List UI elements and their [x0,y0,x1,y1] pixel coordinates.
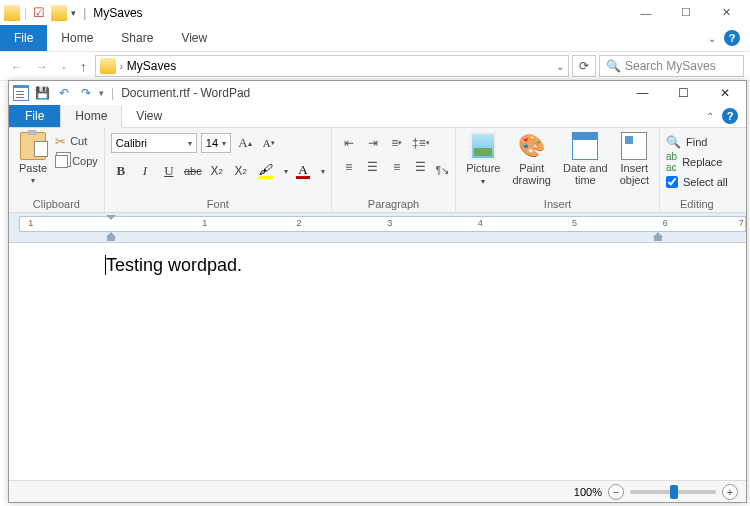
cut-button[interactable]: ✂Cut [55,132,98,150]
paint-label: Paint drawing [512,162,551,186]
subscript-button[interactable]: X2 [207,161,227,181]
wordpad-ribbon-tabs: File Home View ⌃ ? [9,105,746,128]
close-button[interactable]: ✕ [706,2,746,24]
tab-share[interactable]: Share [107,25,167,51]
align-right-button[interactable]: ≡ [386,156,408,178]
chevron-down-icon[interactable]: ▾ [284,167,288,176]
help-button[interactable]: ? [722,108,738,124]
grow-font-button[interactable]: A▴ [235,133,255,153]
insert-date-button[interactable]: Date and time [559,130,612,188]
line-spacing-button[interactable]: ‡≡▾ [410,132,432,154]
tab-home[interactable]: Home [47,25,107,51]
search-box[interactable]: 🔍 Search MySaves [599,55,744,77]
bold-button[interactable]: B [111,161,131,181]
group-editing: 🔍Find abacReplace Select all Editing [660,128,734,212]
nav-forward-button: → [31,59,52,74]
qat-customize-icon[interactable]: ▾ [99,88,104,98]
group-paragraph: ⇤ ⇥ ≡▾ ‡≡▾ ≡ ☰ ≡ ☰ ¶↘ Paragraph [332,128,456,212]
chevron-down-icon[interactable]: ▾ [321,167,325,176]
select-all-icon [666,176,678,188]
tab-home[interactable]: Home [60,105,122,128]
font-size-select[interactable]: 14▾ [201,133,231,153]
strikethrough-button[interactable]: abc [183,161,203,181]
date-label: Date and time [563,162,608,186]
insert-picture-button[interactable]: Picture▾ [462,130,504,189]
ruler-area: 1 1 2 3 4 5 6 7 [9,213,746,243]
qat-undo-button[interactable]: ↶ [55,84,73,102]
qat-dropdown-icon[interactable]: ▾ [71,8,76,18]
horizontal-ruler[interactable]: 1 1 2 3 4 5 6 7 [19,216,746,232]
search-icon: 🔍 [606,59,621,73]
justify-button[interactable]: ☰ [410,156,432,178]
superscript-button[interactable]: X2 [231,161,251,181]
minimize-button[interactable]: — [626,2,666,24]
ruler-number: 5 [572,218,577,228]
right-indent-marker[interactable] [653,232,663,241]
underline-button[interactable]: U [159,161,179,181]
find-button[interactable]: 🔍Find [666,132,728,151]
nav-back-button[interactable]: ← [6,59,27,74]
insert-object-button[interactable]: Insert object [616,130,653,188]
decrease-indent-button[interactable]: ⇤ [338,132,360,154]
font-color-button[interactable]: A [292,163,314,179]
ruler-number: 4 [478,218,483,228]
window-title: MySaves [93,6,142,20]
zoom-slider[interactable] [630,490,716,494]
align-left-button[interactable]: ≡ [338,156,360,178]
group-label: Editing [666,196,728,212]
bullets-button[interactable]: ≡▾ [386,132,408,154]
highlight-button[interactable]: 🖋 [255,163,277,179]
address-dropdown-icon[interactable]: ⌄ [556,61,564,72]
paragraph-dialog-button[interactable]: ¶↘ [436,165,449,176]
hanging-indent-marker[interactable] [106,232,116,241]
close-button[interactable]: ✕ [707,84,742,102]
separator: | [24,6,27,20]
font-family-select[interactable]: Calibri▾ [111,133,197,153]
ribbon-collapse-icon[interactable]: ⌃ [706,111,714,122]
italic-button[interactable]: I [135,161,155,181]
help-button[interactable]: ? [724,30,740,46]
document-title: Document.rtf - WordPad [121,86,250,100]
first-line-indent-marker[interactable] [106,215,116,220]
check-icon[interactable]: ☑ [33,5,45,20]
paste-button[interactable]: Paste ▾ [15,130,51,187]
address-path[interactable]: MySaves [127,59,176,73]
zoom-out-button[interactable]: − [608,484,624,500]
zoom-in-button[interactable]: + [722,484,738,500]
qat-redo-button[interactable]: ↷ [77,84,95,102]
replace-button[interactable]: abacReplace [666,152,728,171]
copy-button[interactable]: Copy [55,152,98,170]
document-canvas[interactable]: Testing wordpad. [9,243,746,480]
tab-file[interactable]: File [0,25,47,51]
shrink-font-button[interactable]: A▾ [259,133,279,153]
folder-icon [100,58,116,74]
chevron-down-icon: ▾ [222,139,226,148]
refresh-button[interactable]: ⟳ [572,55,596,77]
chevron-right-icon[interactable]: › [120,61,123,72]
maximize-button[interactable]: ☐ [666,84,701,102]
minimize-button[interactable]: — [625,84,660,102]
insert-paint-button[interactable]: Paint drawing [508,130,555,188]
ribbon-expand-icon[interactable]: ⌄ [708,33,716,44]
zoom-slider-thumb[interactable] [670,485,678,499]
align-center-button[interactable]: ☰ [362,156,384,178]
tab-file[interactable]: File [9,105,60,127]
maximize-button[interactable]: ☐ [666,2,706,24]
cut-label: Cut [70,135,87,147]
ruler-number: 1 [202,218,207,228]
tab-view[interactable]: View [122,105,176,127]
address-bar[interactable]: › MySaves ⌄ [95,55,570,77]
scissors-icon: ✂ [55,134,66,149]
nav-recent-dropdown[interactable]: ⌄ [56,61,72,71]
select-all-button[interactable]: Select all [666,172,728,191]
calendar-icon [572,132,598,160]
increase-indent-button[interactable]: ⇥ [362,132,384,154]
group-label: Paragraph [338,196,449,212]
tab-view[interactable]: View [167,25,221,51]
qat-save-button[interactable]: 💾 [33,84,51,102]
folder-icon [4,5,20,21]
document-text[interactable]: Testing wordpad. [106,255,242,275]
replace-icon: abac [666,151,677,173]
wordpad-window: 💾 ↶ ↷ ▾ | Document.rtf - WordPad — ☐ ✕ F… [8,80,747,503]
nav-up-button[interactable]: ↑ [76,59,91,74]
